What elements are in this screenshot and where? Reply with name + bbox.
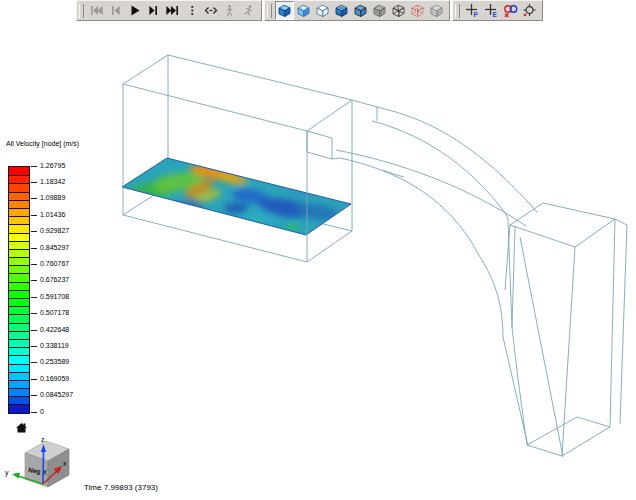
toolbar-group-playback [76,0,262,21]
legend-tick-label: 0.760767 [40,260,69,267]
legend-color-segment [9,396,29,404]
legend-tick [31,379,37,380]
legend-tick [31,248,37,249]
fly-mode-icon [243,4,255,17]
dense-mesh-cube-button[interactable] [370,1,389,20]
more-options-icon [189,4,195,17]
legend-color-segment [9,273,29,281]
axis-y-label: y [5,469,9,477]
toolbar-group-probes: PE [452,0,543,21]
feature-edges-cube-button[interactable] [408,1,427,20]
legend-color-segment [9,355,29,363]
more-options-button[interactable] [182,1,201,20]
legend-color-segment [9,380,29,388]
svg-text:E: E [493,11,498,18]
skip-last-button[interactable] [163,1,182,20]
toolbar-grip[interactable] [79,4,84,18]
anaglyph-3d-button[interactable] [501,1,520,20]
legend-tick [31,297,37,298]
legend-tick [31,362,37,363]
legend-tick [31,166,37,167]
walk-mode-button[interactable] [220,1,239,20]
toolbar-group-display-modes [264,0,450,21]
point-locator-button[interactable] [520,1,539,20]
legend-color-segment [9,298,29,306]
legend-color-segment [9,404,29,412]
probe-point-button[interactable]: P [463,1,482,20]
flat-cube-button[interactable] [351,1,370,20]
step-back-button[interactable] [106,1,125,20]
solid-cube-icon [277,3,292,18]
home-icon[interactable] [16,423,27,433]
mesh-block-cube-icon [429,3,444,18]
legend-tick [31,346,37,347]
legend-tick-label: 1.26795 [40,162,65,169]
legend-title: All Velocity [node] (m/s) [6,140,96,147]
step-back-icon [110,4,121,17]
legend-color-segment [9,314,29,322]
mesh-surface-cube-icon [334,3,349,18]
legend-tick-label: 0.422648 [40,326,69,333]
legend-tick-label: 0.676237 [40,276,69,283]
probe-element-button[interactable]: E [482,1,501,20]
orientation-cube[interactable]: Neg X z x y [5,436,69,487]
legend-color-segment [9,265,29,273]
toolbar-grip[interactable] [267,4,272,18]
legend-color-segment [9,249,29,257]
legend-color-segment [9,347,29,355]
viewport-3d[interactable]: Neg X z x y [0,0,636,500]
mesh-block-cube-button[interactable] [427,1,446,20]
mesh-surface-cube-button[interactable] [332,1,351,20]
wireframe-cube-icon [391,3,406,18]
shaded-cube-icon [296,3,311,18]
skip-first-icon [90,4,103,17]
toolbar-grip[interactable] [455,4,460,18]
legend-color-segment [9,331,29,339]
legend-color-segment [9,364,29,372]
velocity-blob [127,194,147,204]
play-button[interactable] [125,1,144,20]
range-button[interactable] [201,1,220,20]
shaded-cube-button[interactable] [294,1,313,20]
legend-color-segment [9,167,29,175]
legend-color-segment [9,323,29,331]
legend-color-segment [9,282,29,290]
legend-tick [31,280,37,281]
step-forward-button[interactable] [144,1,163,20]
legend-tick [31,330,37,331]
legend-colorbar [8,166,30,414]
legend-color-segment [9,388,29,396]
legend-tick [31,215,37,216]
legend-tick-label: 0.169059 [40,375,69,382]
legend-color-segment [9,241,29,249]
legend-tick-label: 0.0845297 [40,391,73,398]
outlet-box-wireframe [505,203,627,456]
legend-tick [31,412,37,413]
anaglyph-3d-icon [503,3,519,18]
legend-tick-label: 0.507178 [40,309,69,316]
dense-mesh-cube-icon [372,3,387,18]
legend-tick-label: 0.253589 [40,358,69,365]
skip-first-button[interactable] [87,1,106,20]
legend-tick-label: 1.09889 [40,194,65,201]
wireframe-cube-button[interactable] [389,1,408,20]
legend-tick [31,182,37,183]
hidden-line-cube-button[interactable] [313,1,332,20]
axis-x-label: x [63,460,67,467]
fly-mode-button[interactable] [239,1,258,20]
color-legend: All Velocity [node] (m/s) 1.267951.18342… [6,140,96,151]
axis-z-label: z [41,436,45,443]
legend-tick [31,198,37,199]
skip-last-icon [166,4,179,17]
velocity-blob [286,224,298,230]
legend-tick [31,313,37,314]
probe-element-icon: E [484,3,499,18]
legend-tick-label: 0.591708 [40,293,69,300]
hidden-line-cube-icon [315,3,330,18]
solid-cube-button[interactable] [275,1,294,20]
legend-color-segment [9,208,29,216]
legend-tick-label: 0.845297 [40,244,69,251]
legend-color-segment [9,216,29,224]
probe-point-icon: P [465,3,480,18]
legend-tick [31,395,37,396]
